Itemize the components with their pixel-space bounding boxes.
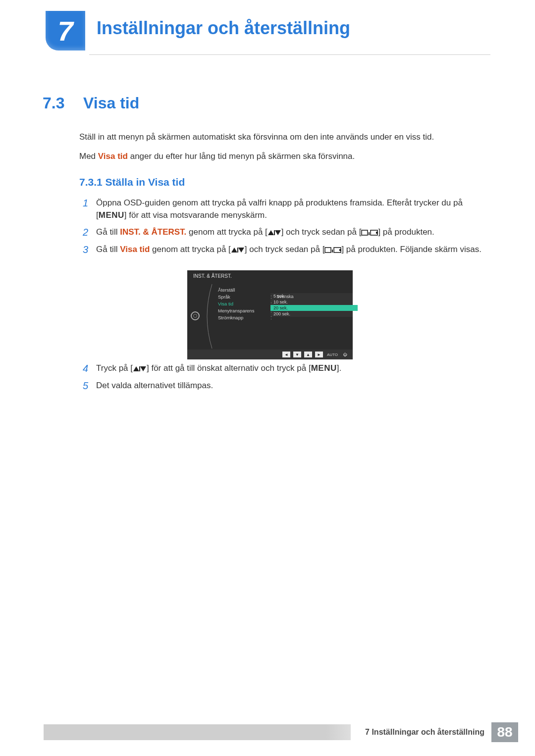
- section-intro: Ställ in att menyn på skärmen automatisk…: [79, 131, 488, 169]
- up-down-icon: [231, 245, 245, 254]
- keyword-visa-tid: Visa tid: [120, 245, 150, 254]
- osd-options-popup: 5 sek. 10 sek. 20 sek. 200 sek.: [270, 293, 358, 317]
- footer-breadcrumb: 7 Inställningar och återställning: [365, 728, 484, 737]
- osd-option: 10 sek.: [270, 299, 358, 305]
- svg-marker-8: [238, 248, 244, 252]
- osd-row-reset: Återställ: [218, 286, 353, 293]
- keyword-visa-tid: Visa tid: [98, 151, 128, 161]
- keyword-inst-aterst: INST. & ÅTERST.: [120, 227, 186, 237]
- menu-button-label: MENU: [99, 210, 124, 220]
- step-number: 3: [79, 244, 88, 255]
- subsection-number: 7.3.1: [79, 176, 103, 188]
- svg-rect-3: [362, 230, 368, 235]
- page-number: 88: [491, 722, 518, 742]
- svg-marker-15: [140, 366, 146, 371]
- svg-rect-2: [274, 230, 275, 235]
- step-4: 4 Tryck på [] för att gå till önskat alt…: [79, 362, 488, 375]
- step-number: 4: [79, 362, 88, 374]
- svg-rect-11: [332, 250, 333, 252]
- svg-marker-7: [231, 248, 237, 252]
- section-heading: 7.3 Visa tid: [43, 94, 490, 112]
- power-icon: ⏻: [342, 353, 348, 357]
- osd-option: 200 sek.: [270, 311, 358, 317]
- step-number: 5: [79, 380, 88, 392]
- osd-option-selected: 20 sek.: [270, 305, 358, 311]
- steps-list: 1 Öppna OSD-guiden genom att trycka på v…: [79, 197, 488, 261]
- osd-menu: Återställ Språk : Svenska Visa tid : Men…: [203, 284, 353, 348]
- intro-line-2: Med Visa tid anger du efter hur lång tid…: [79, 151, 488, 163]
- select-source-icon: [324, 245, 341, 254]
- svg-marker-14: [133, 366, 139, 371]
- menu-button-label: MENU: [311, 363, 337, 373]
- svg-rect-9: [237, 248, 238, 252]
- subsection-heading: 7.3.1 Ställa in Visa tid: [79, 176, 185, 188]
- osd-footer: ◄ ▼ ▲ ► AUTO ⏻: [187, 350, 353, 359]
- intro-line-1: Ställ in att menyn på skärmen automatisk…: [79, 131, 488, 144]
- step-1: 1 Öppna OSD-guiden genom att trycka på v…: [79, 197, 488, 221]
- chapter-number-badge: 7: [46, 11, 85, 50]
- osd-screenshot: INST. & ÅTERST. Återställ Språk : Svensk…: [187, 270, 353, 359]
- chapter-title: Inställningar och återställning: [97, 18, 350, 39]
- section-title: Visa tid: [83, 94, 139, 112]
- page-footer: 7 Inställningar och återställning 88: [0, 722, 535, 742]
- up-down-icon: [133, 363, 147, 373]
- step-3: 3 Gå till Visa tid genom att trycka på […: [79, 244, 488, 256]
- osd-option: 5 sek.: [270, 293, 358, 299]
- step-number: 1: [79, 197, 88, 209]
- select-source-icon: [361, 227, 378, 237]
- nav-up-icon: ▲: [304, 352, 312, 357]
- osd-title: INST. & ÅTERST.: [187, 270, 353, 282]
- up-down-icon: [268, 227, 281, 237]
- step-number: 2: [79, 226, 88, 238]
- nav-left-icon: ◄: [282, 352, 290, 357]
- nav-down-icon: ▼: [293, 352, 301, 357]
- auto-label: AUTO: [326, 353, 339, 357]
- step-2: 2 Gå till INST. & ÅTERST. genom att tryc…: [79, 226, 488, 239]
- section-number: 7.3: [43, 94, 72, 112]
- nav-right-icon: ►: [315, 352, 323, 357]
- step-5: 5 Det valda alternativet tillämpas.: [79, 380, 488, 392]
- gear-icon: [191, 311, 200, 320]
- steps-list-continued: 4 Tryck på [] för att gå till önskat alt…: [79, 362, 488, 397]
- svg-rect-16: [139, 366, 140, 371]
- svg-marker-1: [275, 230, 281, 235]
- svg-rect-10: [325, 248, 331, 252]
- subsection-title: Ställa in Visa tid: [106, 176, 185, 188]
- svg-rect-4: [369, 232, 370, 235]
- svg-marker-0: [268, 230, 274, 235]
- header-divider: [89, 54, 490, 55]
